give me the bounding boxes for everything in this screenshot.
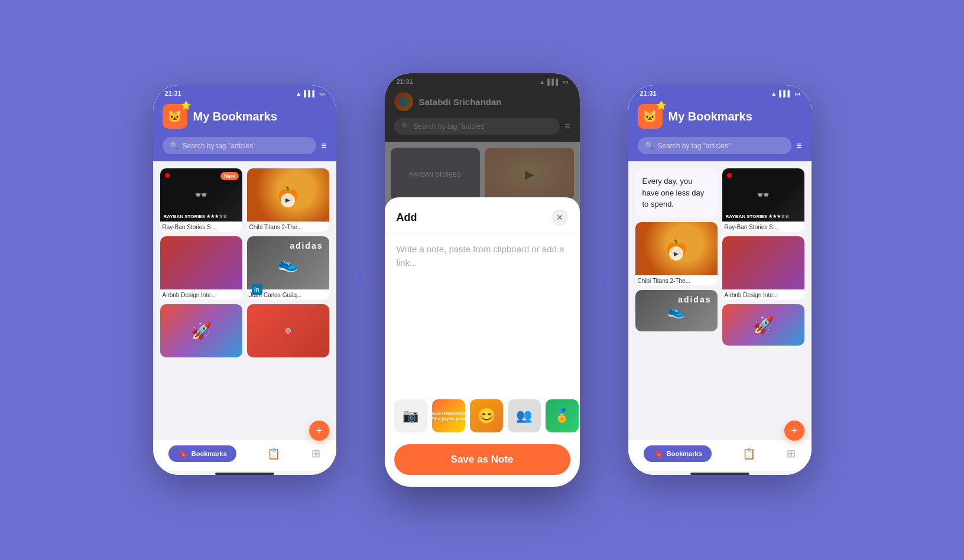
- attach-waze[interactable]: WAZE+HeadspaceFind joy in your: [432, 399, 465, 432]
- close-icon: ✕: [556, 213, 563, 222]
- card-label-rayban3: Ray-Ban Stories S...: [722, 222, 804, 232]
- card-label-rayban: Ray-Ban Stories S...: [160, 222, 242, 232]
- badge-icon: 🏅: [554, 408, 570, 424]
- attach-photo[interactable]: 👥: [508, 399, 541, 432]
- card-img-rocket: 🚀: [160, 304, 242, 357]
- card-airbnb[interactable]: Airbnb Design Inte...: [160, 236, 242, 299]
- search-placeholder-1: Search by tag "articles": [183, 142, 256, 150]
- card-label-airbnb3: Airbnb Design Inte...: [722, 289, 804, 299]
- card-rayban[interactable]: 👓 RAYBAN STORIES ★★★☆☆ Ray-Ban Stories S…: [160, 168, 242, 232]
- card-chibi[interactable]: 🎃 Chibi Titans 2-The... ▶: [247, 168, 329, 232]
- modal-title: Add: [397, 211, 417, 224]
- card-img-adidas: 👟 adidas: [247, 236, 329, 289]
- card-adidas[interactable]: 👟 adidas Juan Carlos Guáq... in: [247, 236, 329, 299]
- battery-icon: ▭: [319, 90, 324, 97]
- card-partial[interactable]: 🎯: [247, 304, 329, 357]
- card-img-rayban3: 👓 RAYBAN STORIES ★★★☆☆: [722, 168, 804, 222]
- home-indicator-3: [690, 473, 749, 475]
- person-icon: 😊: [477, 407, 496, 425]
- bookmarks-icon-3: 🔖: [653, 449, 663, 458]
- arrow-1: ›: [357, 268, 364, 292]
- search-icon-3: 🔍: [645, 141, 654, 150]
- bookmarks-icon-1: 🔖: [178, 449, 188, 458]
- phone-3: 21:31 ▲ ▌▌▌ ▭ 🐱 ⭐ My Bookmarks 🔍: [628, 85, 812, 475]
- right-col: 👓 RAYBAN STORIES ★★★☆☆ Ray-Ban Stories S…: [722, 168, 804, 346]
- bottom-nav-3: 🔖 Bookmarks 📋 ⊞: [628, 439, 812, 471]
- wifi-icon: ▲: [296, 90, 301, 97]
- filter-icon-1[interactable]: ≡: [321, 141, 326, 151]
- search-bar-1[interactable]: 🔍 Search by tag "articles": [163, 137, 317, 154]
- nav-grid-1[interactable]: ⊞: [311, 447, 320, 460]
- phone-2-modal: 21:31 ▲ ▌▌▌ ▭ 🌐 Satabdi Srichandan �: [385, 73, 580, 487]
- home-indicator-1: [215, 473, 274, 475]
- nav-bookmarks-label-1: Bookmarks: [191, 450, 227, 457]
- modal-textarea-area[interactable]: Write a note, paste from clipboard or ad…: [385, 233, 580, 392]
- status-bar-3: 21:31 ▲ ▌▌▌ ▭: [628, 85, 812, 99]
- card-img-adidas3: 👟 adidas: [635, 290, 718, 331]
- nav-grid-3[interactable]: ⊞: [787, 447, 796, 460]
- arrow-2: ›: [601, 268, 608, 292]
- notes-icon-1: 📋: [267, 447, 280, 460]
- signal-icon-3: ▌▌▌: [779, 90, 791, 97]
- adidas-text: adidas: [290, 241, 323, 250]
- modal-sheet: Add ✕ Write a note, paste from clipboard…: [385, 197, 580, 487]
- search-container-1: 🔍 Search by tag "articles" ≡: [153, 137, 336, 161]
- bottom-nav-1: 🔖 Bookmarks 📋 ⊞: [153, 439, 336, 471]
- card-rocket3[interactable]: 🚀: [722, 304, 804, 346]
- search-bar-3[interactable]: 🔍 Search by tag "articles": [638, 137, 792, 154]
- app-title-3: My Bookmarks: [668, 110, 752, 123]
- live-dot: [165, 173, 170, 178]
- card-label-chibi: Chibi Titans 2-The...: [247, 222, 329, 232]
- live-dot-3: [727, 173, 732, 178]
- wifi-icon-3: ▲: [771, 90, 777, 97]
- card-adidas3[interactable]: 👟 adidas: [635, 290, 718, 331]
- attach-person[interactable]: 😊: [470, 399, 503, 432]
- content-area-1: 👓 RAYBAN STORIES ★★★☆☆ Ray-Ban Stories S…: [153, 161, 336, 439]
- app-header-3: 🐱 ⭐ My Bookmarks: [628, 99, 812, 137]
- status-icons-3: ▲ ▌▌▌ ▭: [771, 90, 799, 97]
- search-icon-1: 🔍: [170, 141, 179, 150]
- time-1: 21:31: [165, 90, 181, 97]
- nav-bookmarks-1[interactable]: 🔖 Bookmarks: [168, 445, 236, 462]
- fab-button-1[interactable]: +: [309, 421, 329, 441]
- status-bar-1: 21:31 ▲ ▌▌▌ ▭: [153, 85, 336, 99]
- card-img-rocket3: 🚀: [722, 304, 804, 346]
- search-placeholder-3: Search by tag "articles": [658, 142, 731, 150]
- play-button-chibi[interactable]: ▶: [281, 193, 295, 207]
- photo-icon: 👥: [516, 408, 532, 424]
- quote-card[interactable]: Every day, you have one less day to spen…: [635, 168, 718, 217]
- search-container-3: 🔍 Search by tag "articles" ≡: [628, 137, 812, 161]
- nav-bookmarks-label-3: Bookmarks: [667, 450, 702, 457]
- card-chibi3[interactable]: 🎃 Chibi Titans 2-The... ▶: [635, 222, 718, 285]
- rayban-logo-3: 👓: [757, 188, 770, 201]
- save-as-note-button[interactable]: Save as Note: [394, 444, 570, 475]
- app-logo-1: 🐱 ⭐: [163, 104, 187, 129]
- modal-attachments: 📷 WAZE+HeadspaceFind joy in your 😊 👥 🏅: [385, 392, 580, 439]
- filter-icon-3[interactable]: ≡: [796, 141, 801, 151]
- nav-notes-1[interactable]: 📋: [267, 447, 280, 460]
- attach-badge[interactable]: 🏅: [546, 399, 579, 432]
- attach-camera[interactable]: 📷: [394, 399, 427, 432]
- scene: 21:31 ▲ ▌▌▌ ▭ 🐱 ⭐ My Bookmarks 🔍: [0, 50, 964, 510]
- nav-notes-3[interactable]: 📋: [742, 447, 755, 460]
- card-img-partial: 🎯: [247, 304, 329, 357]
- card-rayban3[interactable]: 👓 RAYBAN STORIES ★★★☆☆ Ray-Ban Stories S…: [722, 168, 804, 232]
- card-rocket[interactable]: 🚀: [160, 304, 242, 357]
- app-logo-3: 🐱 ⭐: [638, 104, 663, 129]
- notes-icon-3: 📋: [742, 447, 755, 460]
- play-button-chibi3[interactable]: ▶: [669, 246, 683, 261]
- signal-icon: ▌▌▌: [304, 90, 316, 97]
- modal-textarea-placeholder: Write a note, paste from clipboard or ad…: [397, 244, 564, 268]
- card-img-airbnb3: [722, 236, 804, 289]
- phone-1: 21:31 ▲ ▌▌▌ ▭ 🐱 ⭐ My Bookmarks 🔍: [153, 85, 336, 475]
- card-airbnb3[interactable]: Airbnb Design Inte...: [722, 236, 804, 299]
- card-img-airbnb: [160, 236, 242, 289]
- time-3: 21:31: [640, 90, 657, 97]
- rayban-logo: 👓: [194, 188, 207, 201]
- modal-close-button[interactable]: ✕: [551, 209, 568, 226]
- grid-icon-3: ⊞: [787, 447, 796, 460]
- nav-bookmarks-3[interactable]: 🔖 Bookmarks: [644, 445, 712, 462]
- status-icons-1: ▲ ▌▌▌ ▭: [296, 90, 324, 97]
- fab-button-3[interactable]: +: [784, 421, 804, 441]
- app-header-1: 🐱 ⭐ My Bookmarks: [153, 99, 336, 137]
